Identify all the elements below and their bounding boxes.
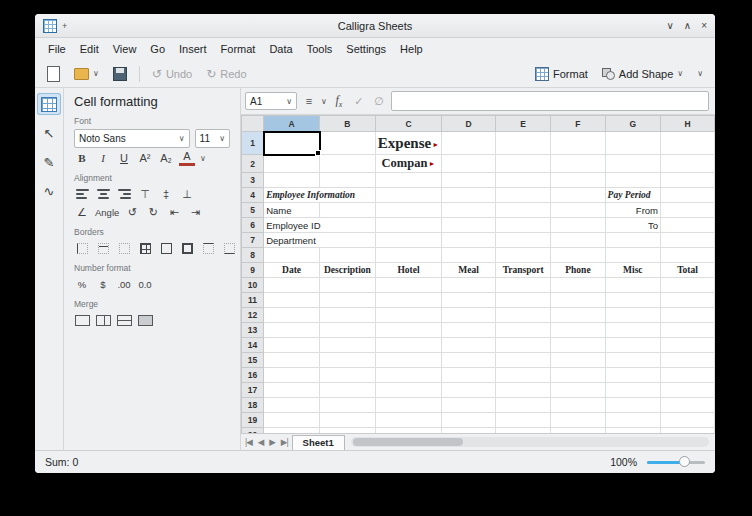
cell-D12[interactable] [442,308,496,323]
cell-G8[interactable] [605,248,660,263]
cell-B13[interactable] [320,323,376,338]
cell-G13[interactable] [605,323,660,338]
cell-D4[interactable] [442,188,496,203]
cell-G11[interactable] [605,293,660,308]
last-sheet-button[interactable]: ▶| [279,437,290,447]
cell-E9[interactable]: Transport [496,263,551,278]
cell-F19[interactable] [551,413,605,428]
cell-D3[interactable] [442,173,496,188]
horizontal-scrollbar-thumb[interactable] [353,438,463,446]
horizontal-scrollbar[interactable] [351,437,709,447]
cell-B16[interactable] [320,368,376,383]
cell-H8[interactable] [661,248,715,263]
cell-A9[interactable]: Date [264,263,320,278]
row-header-15[interactable]: 15 [242,353,264,368]
cell-F14[interactable] [551,338,605,353]
cell-F18[interactable] [551,398,605,413]
border-outline-button[interactable] [158,240,174,256]
cell-F6[interactable] [551,218,605,233]
menu-item-data[interactable]: Data [262,40,299,58]
cell-C20[interactable] [375,428,441,434]
valign-middle-button[interactable]: ‡ [158,186,174,202]
menu-item-insert[interactable]: Insert [172,40,214,58]
column-header-H[interactable]: H [661,116,715,132]
cell-E11[interactable] [496,293,551,308]
rotate-cw-button[interactable]: ↻ [145,204,161,220]
cell-B14[interactable] [320,338,376,353]
border-bottom-button[interactable] [221,240,237,256]
row-header-1[interactable]: 1 [242,132,264,155]
cell-E16[interactable] [496,368,551,383]
cell-D10[interactable] [442,278,496,293]
first-sheet-button[interactable]: |◀ [243,437,254,447]
calligraphy-tool-button[interactable]: ∿ [37,180,61,202]
menu-item-edit[interactable]: Edit [73,40,106,58]
cell-G20[interactable] [605,428,660,434]
cell-A10[interactable] [264,278,320,293]
cell-C10[interactable] [375,278,441,293]
italic-button[interactable]: I [95,150,111,166]
cell-D15[interactable] [442,353,496,368]
cell-E19[interactable] [496,413,551,428]
valign-top-button[interactable]: ⊤ [137,186,153,202]
cell-F15[interactable] [551,353,605,368]
cell-F3[interactable] [551,173,605,188]
cell-H17[interactable] [661,383,715,398]
row-header-4[interactable]: 4 [242,188,264,203]
formula-input[interactable] [391,91,709,111]
cell-B1[interactable] [320,132,376,155]
sheet-tab[interactable]: Sheet1 [292,435,345,450]
menu-item-view[interactable]: View [106,40,144,58]
cell-G9[interactable]: Misc [605,263,660,278]
align-center-button[interactable] [95,186,111,202]
cell-C9[interactable]: Hotel [375,263,441,278]
cell-F8[interactable] [551,248,605,263]
cell-C6[interactable] [375,218,441,233]
cell-C13[interactable] [375,323,441,338]
chevron-down-icon[interactable]: ∨ [321,97,327,106]
maximize-button[interactable]: ∧ [684,20,691,31]
cell-F10[interactable] [551,278,605,293]
cell-D17[interactable] [442,383,496,398]
cell-C7[interactable] [375,233,441,248]
menu-item-file[interactable]: File [41,40,73,58]
cell-B3[interactable] [320,173,376,188]
menu-item-help[interactable]: Help [393,40,430,58]
cell-H9[interactable]: Total [661,263,715,278]
cell-C16[interactable] [375,368,441,383]
chevron-down-icon[interactable]: ∨ [200,154,206,163]
zoom-slider[interactable] [647,461,705,464]
select-all-corner[interactable] [242,116,264,132]
merge-cells-button[interactable] [74,312,90,328]
border-top-button[interactable] [200,240,216,256]
menu-item-format[interactable]: Format [214,40,263,58]
cell-E12[interactable] [496,308,551,323]
row-header-10[interactable]: 10 [242,278,264,293]
cell-B11[interactable] [320,293,376,308]
decrease-indent-button[interactable]: ⇤ [166,204,182,220]
cell-H15[interactable] [661,353,715,368]
cell-D8[interactable] [442,248,496,263]
cell-H10[interactable] [661,278,715,293]
cell-E4[interactable] [496,188,551,203]
underline-button[interactable]: U [116,150,132,166]
cell-C4[interactable] [375,188,441,203]
cell-F9[interactable]: Phone [551,263,605,278]
border-inner-button[interactable] [95,240,111,256]
cell-B9[interactable]: Description [320,263,376,278]
cell-H5[interactable] [661,203,715,218]
row-header-16[interactable]: 16 [242,368,264,383]
cell-G4[interactable]: Pay Period [605,188,660,203]
cell-D7[interactable] [442,233,496,248]
cell-B15[interactable] [320,353,376,368]
cell-H16[interactable] [661,368,715,383]
cell-C18[interactable] [375,398,441,413]
row-header-8[interactable]: 8 [242,248,264,263]
cell-F5[interactable] [551,203,605,218]
save-button[interactable] [109,65,131,83]
cell-A6[interactable]: Employee ID [264,218,376,233]
currency-format-button[interactable]: $ [95,276,111,292]
border-all-button[interactable] [137,240,153,256]
column-header-F[interactable]: F [551,116,605,132]
cell-E14[interactable] [496,338,551,353]
